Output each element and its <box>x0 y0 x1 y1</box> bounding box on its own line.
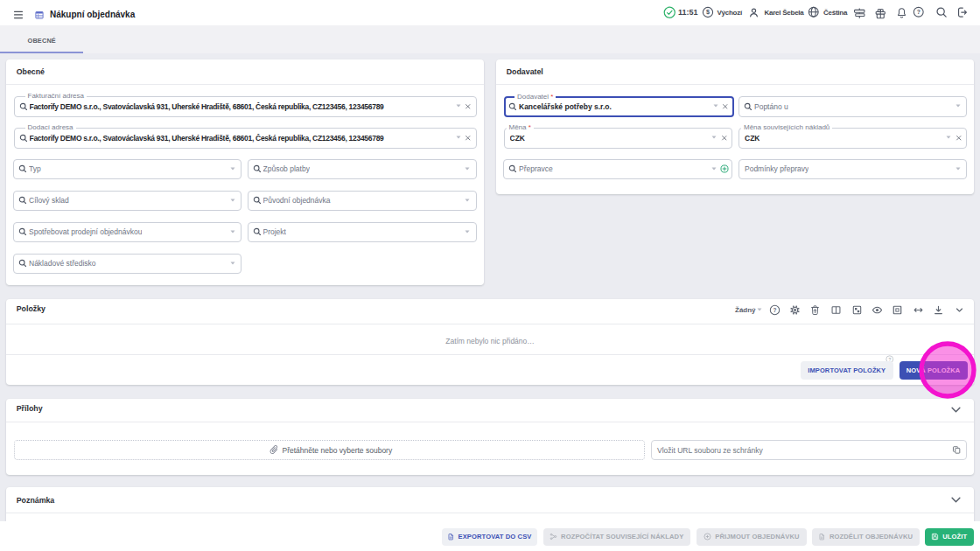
svg-text:?: ? <box>916 9 920 15</box>
svg-text:?: ? <box>773 306 776 312</box>
svg-text:$: $ <box>706 8 710 16</box>
